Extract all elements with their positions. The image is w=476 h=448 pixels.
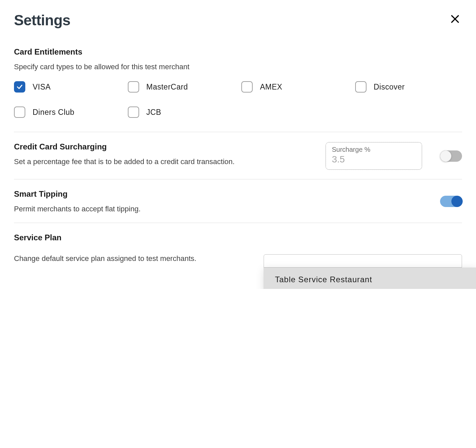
divider xyxy=(14,223,462,223)
toggle-knob xyxy=(440,150,451,162)
card-entitlements-section: Card Entitlements Specify card types to … xyxy=(14,47,462,132)
checkbox-label: AMEX xyxy=(260,83,282,92)
checkbox-diners-club[interactable] xyxy=(14,107,25,118)
card-entitlements-heading: Card Entitlements xyxy=(14,47,462,57)
checkbox-label: JCB xyxy=(146,108,161,117)
page-title: Settings xyxy=(14,12,71,29)
service-plan-description: Change default service plan assigned to … xyxy=(14,254,196,263)
close-button[interactable] xyxy=(448,12,462,26)
check-icon xyxy=(16,84,23,90)
smart-tipping-description: Permit merchants to accept flat tipping. xyxy=(14,205,140,213)
surcharging-heading: Credit Card Surcharging xyxy=(14,142,312,151)
card-option-visa: VISA xyxy=(14,81,121,93)
checkbox-label: MasterCard xyxy=(146,83,188,92)
surcharging-toggle[interactable] xyxy=(440,150,462,162)
surcharging-description: Set a percentage fee that is to be added… xyxy=(14,157,312,166)
card-entitlements-description: Specify card types to be allowed for thi… xyxy=(14,63,462,71)
surcharge-input[interactable]: Surcharge % 3.5 xyxy=(326,142,422,170)
service-plan-section: Service Plan Change default service plan… xyxy=(14,233,462,268)
smart-tipping-toggle[interactable] xyxy=(440,196,462,207)
checkbox-label: VISA xyxy=(33,83,51,92)
divider xyxy=(14,132,462,132)
checkbox-discover[interactable] xyxy=(355,81,366,93)
surcharge-field-label: Surcharge % xyxy=(332,146,416,153)
checkbox-visa[interactable] xyxy=(14,81,25,93)
service-plan-select[interactable] xyxy=(264,254,462,268)
divider xyxy=(14,179,462,179)
checkbox-mastercard[interactable] xyxy=(128,81,139,93)
checkbox-label: Discover xyxy=(374,83,405,92)
card-option-jcb: JCB xyxy=(128,107,235,118)
card-option-mastercard: MasterCard xyxy=(128,81,235,93)
card-option-diners-club: Diners Club xyxy=(14,107,121,118)
close-icon xyxy=(450,14,460,24)
smart-tipping-section: Smart Tipping Permit merchants to accept… xyxy=(14,189,462,213)
card-option-discover: Discover xyxy=(355,81,462,93)
checkbox-jcb[interactable] xyxy=(128,107,139,118)
checkbox-amex[interactable] xyxy=(241,81,253,93)
toggle-knob xyxy=(451,196,463,207)
service-plan-dropdown: Table Service RestaurantCounter Service … xyxy=(264,268,476,289)
service-plan-heading: Service Plan xyxy=(14,233,462,242)
smart-tipping-heading: Smart Tipping xyxy=(14,189,140,199)
service-plan-option[interactable]: Table Service Restaurant xyxy=(264,268,476,289)
card-option-amex: AMEX xyxy=(241,81,349,93)
surcharge-placeholder: 3.5 xyxy=(332,154,416,165)
surcharging-section: Credit Card Surcharging Set a percentage… xyxy=(14,142,462,170)
checkbox-label: Diners Club xyxy=(33,108,75,117)
